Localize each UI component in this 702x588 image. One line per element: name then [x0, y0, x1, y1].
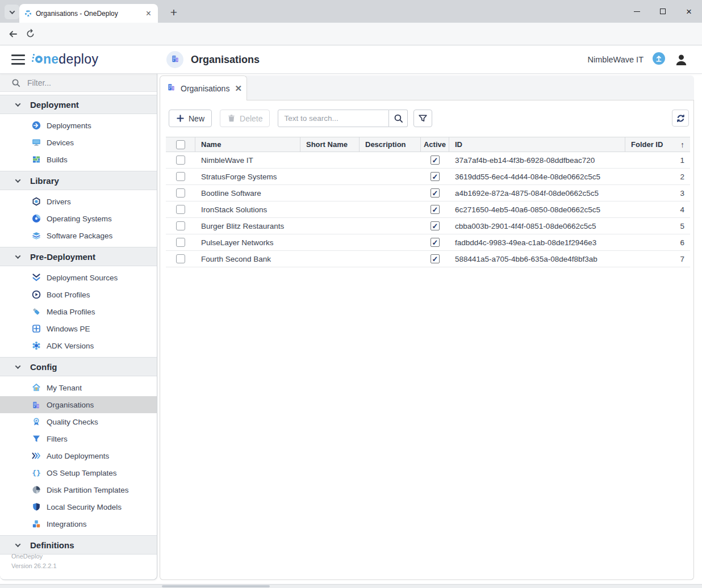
row-select-checkbox[interactable]	[176, 221, 185, 230]
cell-name: Bootline Software	[195, 185, 300, 201]
table-row[interactable]: Burger Blitz Restaurants✓cbba003b-2901-4…	[166, 218, 690, 234]
scrollbar-thumb[interactable]	[162, 585, 270, 587]
column-header-short-name[interactable]: Short Name	[300, 137, 360, 152]
row-select-checkbox[interactable]	[176, 205, 185, 214]
active-checkbox[interactable]: ✓	[431, 188, 440, 198]
reload-button[interactable]	[22, 26, 39, 43]
window-maximize-button[interactable]	[650, 0, 676, 23]
cell-id: cbba003b-2901-4f4f-0851-08de0662c5c5	[449, 218, 625, 234]
active-checkbox[interactable]: ✓	[431, 221, 440, 230]
sidebar-item-deployment-sources[interactable]: Deployment Sources	[0, 269, 157, 286]
tab-search-button[interactable]	[5, 5, 19, 19]
column-header-active[interactable]: Active	[421, 137, 449, 152]
new-tab-button[interactable]: +	[166, 5, 182, 21]
sidebar-item-label: Devices	[47, 138, 74, 147]
row-select-checkbox[interactable]	[176, 156, 185, 165]
column-header-description[interactable]: Description	[360, 137, 421, 152]
sidebar-item-label: Local Security Models	[47, 503, 122, 511]
table-row[interactable]: Fourth Second Bank✓588441a5-a705-4bb6-63…	[166, 251, 690, 267]
sidebar-item-builds[interactable]: Builds	[0, 151, 157, 168]
sidebar-item-organisations[interactable]: Organisations	[0, 396, 157, 413]
filter-button[interactable]	[413, 110, 432, 127]
sidebar-item-label: Organisations	[47, 401, 94, 409]
table-row[interactable]: Bootline Software✓a4b1692e-872a-4875-084…	[166, 185, 690, 201]
row-select-checkbox[interactable]	[176, 254, 185, 263]
sidebar-item-integrations[interactable]: Integrations	[0, 515, 157, 532]
cell-description	[360, 201, 421, 217]
sidebar-item-devices[interactable]: Devices	[0, 134, 157, 151]
table-row[interactable]: PulseLayer Networks✓fadbdd4c-9983-49ea-c…	[166, 234, 690, 251]
sidebar-item-my-tenant[interactable]: My Tenant	[0, 379, 157, 396]
search-button[interactable]	[389, 110, 408, 127]
back-button[interactable]	[5, 26, 22, 43]
cell-short-name	[300, 185, 360, 201]
tenant-switch-button[interactable]	[653, 52, 665, 67]
sidebar-item-media-profiles[interactable]: Media Profiles	[0, 303, 157, 320]
table-search-input[interactable]	[278, 110, 389, 127]
sidebar-item-boot-profiles[interactable]: Boot Profiles	[0, 286, 157, 303]
sidebar-item-software-packages[interactable]: Software Packages	[0, 227, 157, 244]
sidebar-item-os-setup-templates[interactable]: {}OS Setup Templates	[0, 464, 157, 481]
sidebar-item-local-security-models[interactable]: Local Security Models	[0, 498, 157, 515]
refresh-button[interactable]	[672, 110, 689, 127]
column-header-id[interactable]: ID	[449, 137, 625, 152]
maximize-icon	[660, 9, 666, 14]
sidebar-item-filters[interactable]: Filters	[0, 430, 157, 447]
sidebar-item-quality-checks[interactable]: Quality Checks	[0, 413, 157, 430]
tab-close-icon[interactable]: ✕	[235, 83, 242, 94]
new-button[interactable]: New	[169, 110, 212, 127]
cell-description	[360, 218, 421, 234]
browser-tab[interactable]: Organisations - OneDeploy ×	[19, 4, 158, 23]
window-minimize-button[interactable]	[624, 0, 650, 23]
delete-button[interactable]: Delete	[220, 110, 270, 127]
sidebar-section-config[interactable]: Config	[0, 357, 157, 376]
table-row[interactable]: StratusForge Systems✓3619dd55-6ec4-4d44-…	[166, 169, 690, 185]
sidebar-filter-input[interactable]	[27, 78, 129, 87]
cell-id: 3619dd55-6ec4-4d44-084e-08de0662c5c5	[449, 169, 625, 184]
sidebar-section-library[interactable]: Library	[0, 171, 157, 190]
cell-folder-id: 3	[625, 185, 690, 201]
sidebar-item-disk-partition-templates[interactable]: Disk Partition Templates	[0, 481, 157, 498]
tab-organisations[interactable]: Organisations ✕	[160, 75, 247, 100]
sidebar-section-pre-deployment[interactable]: Pre-Deployment	[0, 247, 157, 266]
menu-toggle-button[interactable]	[11, 54, 25, 65]
sidebar-item-deployments[interactable]: Deployments	[0, 117, 157, 134]
active-checkbox[interactable]: ✓	[431, 205, 440, 214]
active-checkbox[interactable]: ✓	[431, 156, 440, 165]
auto-deployments-icon	[31, 451, 41, 461]
horizontal-scrollbar[interactable]	[0, 584, 702, 588]
window-close-button[interactable]: ×	[676, 0, 702, 23]
sort-ascending-icon[interactable]: ↑	[680, 140, 684, 149]
sidebar-section-deployment[interactable]: Deployment	[0, 95, 157, 114]
row-select-checkbox[interactable]	[176, 172, 185, 181]
cell-description	[360, 152, 421, 168]
sidebar-item-auto-deployments[interactable]: Auto Deployments	[0, 447, 157, 464]
sidebar-item-label: Quality Checks	[47, 418, 98, 426]
sidebar-filter[interactable]	[0, 74, 157, 92]
column-header-name[interactable]: Name	[195, 137, 300, 152]
row-select-checkbox[interactable]	[176, 188, 185, 198]
sidebar: DeploymentDeploymentsDevicesBuildsLibrar…	[0, 74, 157, 580]
page-title-badge	[166, 51, 183, 68]
my-tenant-icon	[31, 383, 41, 393]
active-checkbox[interactable]: ✓	[431, 172, 440, 181]
boot-profiles-icon	[31, 290, 41, 300]
active-checkbox[interactable]: ✓	[431, 238, 440, 247]
table-row[interactable]: NimbleWave IT✓37a7af4b-eb14-4f3b-6928-08…	[166, 152, 690, 169]
chevron-down-icon	[9, 9, 15, 14]
sidebar-item-adk-versions[interactable]: ADK Versions	[0, 337, 157, 354]
row-select-checkbox[interactable]	[176, 238, 185, 247]
sidebar-item-drivers[interactable]: Drivers	[0, 193, 157, 210]
sidebar-item-operating-systems[interactable]: Operating Systems	[0, 210, 157, 227]
select-all-checkbox[interactable]	[176, 140, 185, 149]
column-header-folder-id[interactable]: Folder ID↑	[625, 137, 690, 152]
chevron-down-icon	[15, 253, 21, 259]
refresh-icon	[676, 114, 686, 123]
tab-close-icon[interactable]: ×	[145, 9, 152, 18]
cell-id: a4b1692e-872a-4875-084f-08de0662c5c5	[449, 185, 625, 201]
account-button[interactable]	[674, 53, 688, 67]
active-checkbox[interactable]: ✓	[431, 254, 440, 263]
table-row[interactable]: IronStack Solutions✓6c271650-4eb5-40a6-0…	[166, 201, 690, 218]
sidebar-item-windows-pe[interactable]: Windows PE	[0, 320, 157, 337]
sidebar-item-label: Software Packages	[47, 232, 112, 240]
